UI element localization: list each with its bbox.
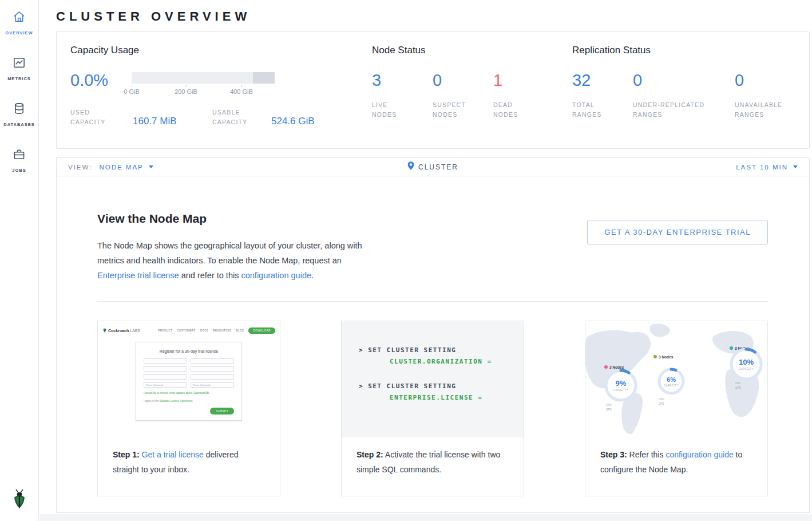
enterprise-trial-license-link[interactable]: Enterprise trial license <box>97 271 179 280</box>
total-ranges-stat: 32 TOTAL RANGES <box>572 71 633 120</box>
time-range-dropdown[interactable]: LAST 10 MIN <box>736 164 798 171</box>
svg-text:6%: 6% <box>667 376 676 383</box>
cluster-breadcrumb[interactable]: CLUSTER <box>407 161 458 172</box>
caret-down-icon <box>149 165 153 168</box>
panel-heading: View the Node Map <box>97 212 369 226</box>
footer-strip <box>39 514 812 521</box>
step-3-node-map-preview: 3 Nodes 3 Nodes 3 Nodes 9% CAPACITY <box>585 321 767 437</box>
svg-text:CPU: CPU <box>735 382 741 385</box>
capacity-usage-section: Capacity Usage 0.0% 0 GiB 200 GiB <box>70 45 359 133</box>
step-2-card: >SET CLUSTER SETTING CLUSTER.ORGANIZATIO… <box>341 321 524 496</box>
view-selector-dropdown[interactable]: NODE MAP <box>99 164 153 171</box>
usable-capacity-value: 524.6 GiB <box>271 116 315 128</box>
cockroach-labs-logo-icon <box>11 487 28 512</box>
metrics-chart-icon <box>13 56 26 72</box>
svg-text:CAPACITY: CAPACITY <box>739 368 754 370</box>
locality-dot <box>604 365 608 369</box>
sidebar-item-label: DATABASES <box>3 122 35 127</box>
svg-text:QPS: QPS <box>606 408 612 411</box>
usable-capacity-label: USABLE CAPACITY <box>212 108 271 128</box>
briefcase-icon <box>13 148 26 163</box>
app-window: OVERVIEW METRICS DATABASES <box>0 0 812 521</box>
sidebar-item-databases[interactable]: DATABASES <box>0 102 38 148</box>
location-pin-icon <box>407 161 414 172</box>
main-content: CLUSTER OVERVIEW Capacity Usage 0.0% <box>39 0 812 521</box>
replication-status-section: Replication Status 32 TOTAL RANGES 0 UND… <box>572 45 795 133</box>
dead-nodes-stat: 1 DEAD NODES <box>493 71 554 120</box>
capacity-bar-nonusable-segment <box>253 72 275 84</box>
replication-status-title: Replication Status <box>572 45 795 56</box>
sidebar-item-jobs[interactable]: JOBS <box>0 148 38 194</box>
sidebar-item-label: JOBS <box>12 168 26 173</box>
svg-text:CPU: CPU <box>606 404 612 406</box>
panel-description: The Node Map shows the geographical layo… <box>97 238 369 283</box>
database-icon <box>13 102 26 117</box>
capacity-used-percent: 0.0% <box>70 71 132 96</box>
sidebar-item-metrics[interactable]: METRICS <box>0 56 38 102</box>
axis-tick-label: 400 GiB <box>230 88 253 95</box>
suspect-nodes-stat: 0 SUSPECT NODES <box>433 71 493 120</box>
axis-tick-label: 200 GiB <box>175 88 197 95</box>
mock-nav: PRODUCT CUSTOMERS DOCS RESOURCES BLOG DO… <box>158 327 275 334</box>
under-replicated-ranges-stat: 0 UNDER-REPLICATED RANGES <box>633 71 735 120</box>
locality-dot <box>730 346 733 350</box>
caret-down-icon <box>793 165 798 168</box>
used-capacity-value: 160.7 MiB <box>133 116 212 128</box>
get-trial-license-link[interactable]: Get a trial license <box>142 450 204 459</box>
axis-tick-mark <box>132 85 132 87</box>
used-capacity-label: USED CAPACITY <box>70 108 133 128</box>
node-map-panel: View the Node Map The Node Map shows the… <box>56 176 810 513</box>
axis-tick-mark <box>186 85 187 87</box>
locality-node-count: 3 Nodes <box>609 365 624 369</box>
cluster-summary-card: Capacity Usage 0.0% 0 GiB 200 GiB <box>56 31 810 149</box>
capacity-gauge: 6% CAPACITY CPU QPS <box>659 369 683 405</box>
node-status-title: Node Status <box>372 45 572 56</box>
mock-download-button: DOWNLOAD <box>248 327 275 334</box>
locality-node-count: 3 Nodes <box>659 355 674 359</box>
configuration-guide-link[interactable]: configuration guide <box>241 271 311 280</box>
locality-dot <box>653 355 657 358</box>
page-title: CLUSTER OVERVIEW <box>56 9 810 24</box>
section-divider <box>97 301 768 302</box>
svg-text:10%: 10% <box>739 358 754 366</box>
svg-text:9%: 9% <box>616 379 627 388</box>
capacity-bar-chart: 0 GiB 200 GiB 400 GiB <box>132 71 275 96</box>
axis-tick-label: 0 GiB <box>124 88 140 95</box>
svg-text:CAPACITY: CAPACITY <box>613 389 628 392</box>
home-icon <box>13 10 26 26</box>
svg-text:CAPACITY: CAPACITY <box>664 384 679 387</box>
step-3-card: 3 Nodes 3 Nodes 3 Nodes 9% CAPACITY <box>585 321 768 496</box>
sidebar: OVERVIEW METRICS DATABASES <box>0 0 39 521</box>
step-1-card: CockroachLABS PRODUCT CUSTOMERS DOCS RES… <box>97 321 280 496</box>
step-1-caption: Step 1: Get a trial license delivered st… <box>98 437 280 477</box>
view-label: VIEW: <box>68 164 92 171</box>
step-1-screenshot: CockroachLABS PRODUCT CUSTOMERS DOCS RES… <box>98 321 280 437</box>
capacity-bar-axis: 0 GiB 200 GiB 400 GiB <box>132 85 275 96</box>
step-3-caption: Step 3: Refer this configuration guide t… <box>585 437 767 477</box>
capacity-bar <box>132 72 275 84</box>
view-toolbar: VIEW: NODE MAP CLUSTER LAST 10 MIN <box>56 157 810 176</box>
live-nodes-stat: 3 LIVE NODES <box>372 71 433 120</box>
svg-text:CPU: CPU <box>659 398 664 401</box>
configuration-guide-link-2[interactable]: configuration guide <box>666 450 733 459</box>
capacity-usage-title: Capacity Usage <box>70 45 359 56</box>
axis-tick-mark <box>241 85 242 87</box>
step-2-caption: Step 2: Activate the trial license with … <box>342 437 524 477</box>
step-2-code-block: >SET CLUSTER SETTING CLUSTER.ORGANIZATIO… <box>342 321 524 437</box>
unavailable-ranges-stat: 0 UNAVAILABLE RANGES <box>735 71 795 120</box>
sidebar-item-label: OVERVIEW <box>5 30 33 35</box>
sidebar-item-label: METRICS <box>7 76 31 81</box>
enterprise-trial-button[interactable]: GET A 30-DAY ENTERPRISE TRIAL <box>587 220 768 244</box>
cluster-breadcrumb-label: CLUSTER <box>418 163 458 171</box>
svg-text:QPS: QPS <box>659 402 664 405</box>
svg-text:QPS: QPS <box>735 386 741 389</box>
sidebar-item-overview[interactable]: OVERVIEW <box>0 10 38 56</box>
mock-trial-form: Register for a 30-day trial license Phon… <box>136 342 242 421</box>
mock-cockroach-logo: CockroachLABS <box>102 327 140 333</box>
node-status-section: Node Status 3 LIVE NODES 0 SUSPECT NODE <box>372 45 572 133</box>
